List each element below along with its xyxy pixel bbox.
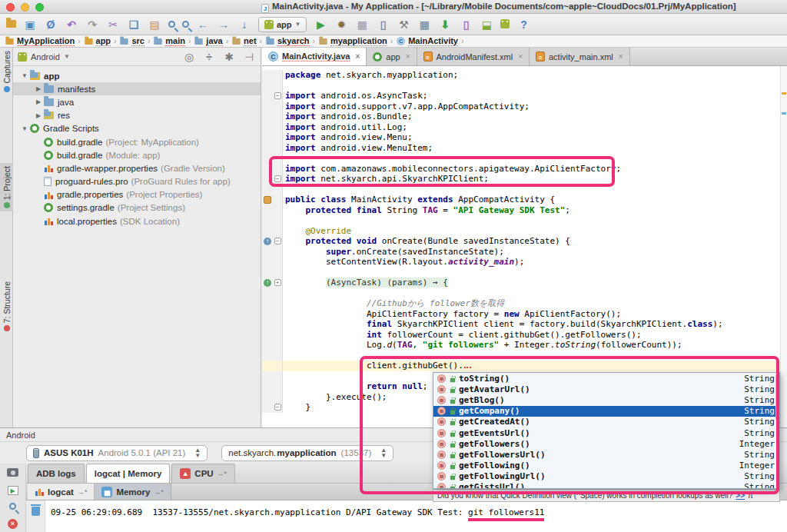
subtab-logcat[interactable]: logcat→*: [28, 484, 95, 500]
cut-button[interactable]: ✂: [106, 18, 120, 32]
screen-record-button[interactable]: ▶: [8, 485, 18, 495]
code-line[interactable]: [262, 185, 787, 195]
open-button[interactable]: [6, 20, 16, 29]
camera-button[interactable]: [7, 468, 18, 478]
code-line[interactable]: @Override: [262, 226, 787, 237]
sync-button[interactable]: Ø: [44, 18, 58, 32]
tree-arrow-icon[interactable]: ▶: [35, 98, 42, 105]
close-button[interactable]: ×: [8, 518, 18, 529]
tab-close-icon[interactable]: ×: [619, 52, 623, 61]
code-line[interactable]: ↑− protected void onCreate(Bundle savedI…: [262, 236, 787, 247]
fold-toggle-icon[interactable]: −: [274, 175, 281, 182]
code-line[interactable]: final SkyarchKPIClient client = factory.…: [262, 319, 787, 330]
float-tab-icon[interactable]: →*: [78, 488, 88, 496]
forward-button[interactable]: →: [217, 18, 231, 32]
completion-item-geteventsurl[interactable]: mgetEventsUrl()String: [433, 427, 779, 438]
float-tab-icon[interactable]: →*: [218, 470, 227, 477]
debug-button[interactable]: ✹: [334, 18, 348, 32]
tree-item-local-properties[interactable]: local.properties (SDK Location): [13, 214, 261, 228]
tab-close-icon[interactable]: ×: [518, 52, 523, 61]
coverage-button[interactable]: ▦: [355, 18, 369, 32]
hint-more-link[interactable]: >>: [736, 491, 745, 500]
breadcrumb-item-mainactivity[interactable]: CMainActivity: [396, 36, 458, 46]
completion-item-getfollowers[interactable]: mgetFollowers()Integer: [433, 438, 779, 449]
completion-item-getavatarurl[interactable]: mgetAvatarUrl()String: [433, 384, 779, 394]
float-tab-icon[interactable]: →*: [154, 488, 164, 496]
trash-button[interactable]: [32, 507, 40, 517]
completion-item-getfollowersurl[interactable]: mgetFollowersUrl()String: [433, 449, 779, 460]
hide-panel-button[interactable]: ⊣: [242, 50, 256, 64]
device-monitor-button[interactable]: ▯: [459, 18, 473, 32]
code-line[interactable]: super.onCreate(savedInstanceState);: [262, 247, 787, 258]
project-view-selector[interactable]: Android ▼: [18, 52, 110, 62]
code-line[interactable]: ApiClientFactory factory = new ApiClient…: [262, 309, 787, 320]
sdk-manager-button[interactable]: ⬓: [480, 18, 493, 32]
fold-toggle-icon[interactable]: −: [274, 404, 281, 411]
code-line[interactable]: //Githubから follower数を取得: [262, 298, 787, 309]
collapse-all-button[interactable]: ÷: [202, 50, 216, 64]
undo-button[interactable]: ↶: [65, 18, 78, 32]
tree-item-res[interactable]: ▶res: [13, 109, 261, 122]
breadcrumb-item-app[interactable]: app: [84, 36, 111, 46]
breadcrumb-item-myapplication[interactable]: myapplication: [318, 36, 387, 46]
editor-tab-activity-main-xml[interactable]: oactivity_main.xml×: [530, 48, 630, 65]
fold-toggle-icon[interactable]: −: [274, 238, 281, 244]
completion-item-getblog[interactable]: mgetBlog()String: [433, 394, 779, 405]
editor-scrollbar[interactable]: [780, 66, 787, 427]
tree-arrow-icon[interactable]: ▼: [21, 125, 28, 132]
tree-arrow-icon[interactable]: ▶: [35, 112, 42, 119]
completion-item-tostring[interactable]: mtoString()String: [433, 373, 779, 384]
locate-button[interactable]: ◎: [182, 50, 196, 64]
sort-lines-button[interactable]: ↓: [237, 18, 251, 32]
code-line[interactable]: [262, 268, 787, 278]
run-button[interactable]: ▶: [314, 18, 327, 32]
layout-inspector-button[interactable]: [9, 502, 16, 511]
attach-debugger-button[interactable]: ▯: [376, 18, 390, 32]
replace-button[interactable]: [182, 20, 189, 29]
breadcrumb-item-java[interactable]: java: [194, 36, 222, 46]
completion-item-getcompany[interactable]: mgetCompany()String: [433, 406, 779, 417]
subtab-memory[interactable]: ▅Memory→*: [95, 484, 171, 500]
code-line[interactable]: import android.view.Menu;: [262, 132, 787, 143]
paste-button[interactable]: ▤: [148, 18, 161, 32]
tool-tab-structure[interactable]: 7: Structure: [0, 278, 13, 334]
code-line-current[interactable]: client.githubGet().: [262, 361, 787, 371]
device-selector[interactable]: ASUS K01H Android 5.0.1 (API 21) ▲▼: [26, 445, 208, 461]
code-line[interactable]: Log.d(TAG, "git followers" + Integer.toS…: [262, 340, 787, 351]
help-button[interactable]: ?: [516, 18, 530, 32]
settings-wrench-button[interactable]: ⚒: [397, 18, 410, 32]
completion-item-getfollowing[interactable]: mgetFollowing()Integer: [433, 461, 779, 471]
settings-gear-button[interactable]: ✱: [222, 50, 236, 64]
tree-item-app[interactable]: ▼app: [13, 69, 261, 82]
tree-item-gradle-wrapper-properties[interactable]: gradle-wrapper.properties (Gradle Versio…: [13, 161, 261, 175]
code-line[interactable]: int followerCount = client.githubGet().g…: [262, 330, 787, 341]
code-line[interactable]: import android.util.Log;: [262, 122, 787, 133]
breadcrumb-item-myapplication[interactable]: MyApplication: [5, 36, 75, 46]
code-line[interactable]: import android.view.MenuItem;: [262, 143, 787, 154]
completion-item-getgistsurl[interactable]: mgetGistsUrl()String: [433, 482, 779, 489]
error-stripe-mark[interactable]: [782, 92, 786, 95]
avd-manager-button[interactable]: [500, 19, 510, 30]
window-zoom-button[interactable]: [35, 3, 44, 12]
code-line[interactable]: import android.os.Bundle;: [262, 111, 787, 122]
gradle-sync-button[interactable]: ⬇: [438, 18, 452, 32]
tree-item-gradle-properties[interactable]: gradle.properties (Project Properties): [13, 188, 261, 201]
editor-tab-app[interactable]: app×: [367, 48, 417, 65]
code-line[interactable]: import android.support.v7.app.AppCompatA…: [262, 101, 787, 112]
panel-tab-cpu[interactable]: ▲CPU→*: [171, 464, 235, 483]
window-minimize-button[interactable]: [21, 3, 29, 12]
save-button[interactable]: ▣: [23, 18, 37, 32]
editor-tab-mainactivity-java[interactable]: CMainActivity.java×: [262, 48, 367, 65]
class-marker-icon[interactable]: [264, 196, 271, 204]
code-line[interactable]: [262, 351, 787, 361]
process-selector[interactable]: net.skyarch.myapplication (13537) ▲▼: [221, 445, 394, 461]
code-line[interactable]: [262, 215, 787, 226]
lambda-marker-icon[interactable]: ↑: [264, 279, 271, 287]
code-line[interactable]: [262, 153, 787, 164]
breadcrumb-item-src[interactable]: src: [119, 36, 144, 46]
tree-item-build-gradle[interactable]: build.gradle (Module: app): [13, 148, 261, 161]
tab-close-icon[interactable]: ×: [355, 52, 360, 61]
code-line[interactable]: package net.skyarch.myapplication;: [262, 70, 787, 81]
tool-tab-captures[interactable]: Captures: [0, 48, 13, 95]
code-line[interactable]: setContentView(R.layout.activity_main);: [262, 257, 787, 268]
